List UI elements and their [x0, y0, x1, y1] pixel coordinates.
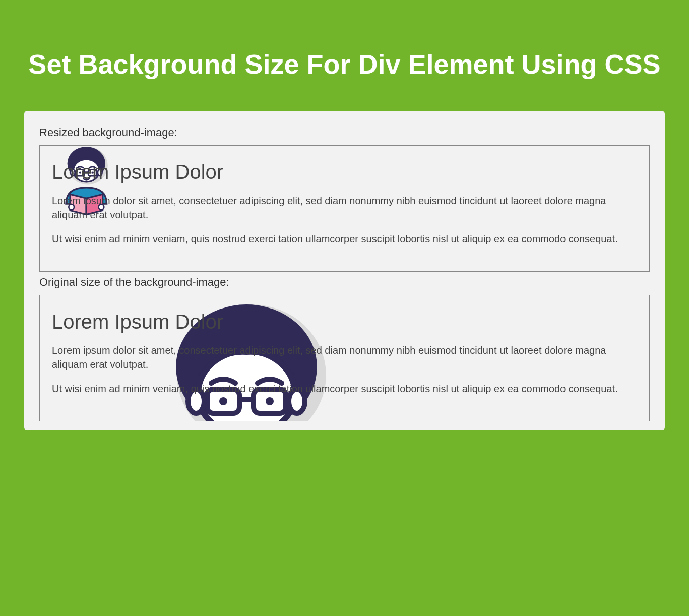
example-box-resized: Lorem Ipsum Dolor Lorem ipsum dolor sit …: [39, 145, 650, 272]
example-paragraph: Ut wisi enim ad minim veniam, quis nostr…: [52, 382, 637, 396]
page-title: Set Background Size For Div Element Usin…: [24, 48, 665, 81]
example-heading: Lorem Ipsum Dolor: [52, 311, 637, 333]
page: Set Background Size For Div Element Usin…: [0, 0, 689, 616]
demo-card: Resized background-image: Lorem Ipsum Do…: [24, 111, 665, 430]
example-paragraph: Lorem ipsum dolor sit amet, consectetuer…: [52, 194, 637, 222]
example-paragraph: Ut wisi enim ad minim veniam, quis nostr…: [52, 232, 637, 246]
section-label-original: Original size of the background-image:: [39, 276, 650, 289]
section-label-resized: Resized background-image:: [39, 126, 650, 139]
example-box-original: Lorem Ipsum Dolor Lorem ipsum dolor sit …: [39, 295, 650, 421]
example-heading: Lorem Ipsum Dolor: [52, 161, 637, 183]
example-paragraph: Lorem ipsum dolor sit amet, consectetuer…: [52, 343, 637, 372]
